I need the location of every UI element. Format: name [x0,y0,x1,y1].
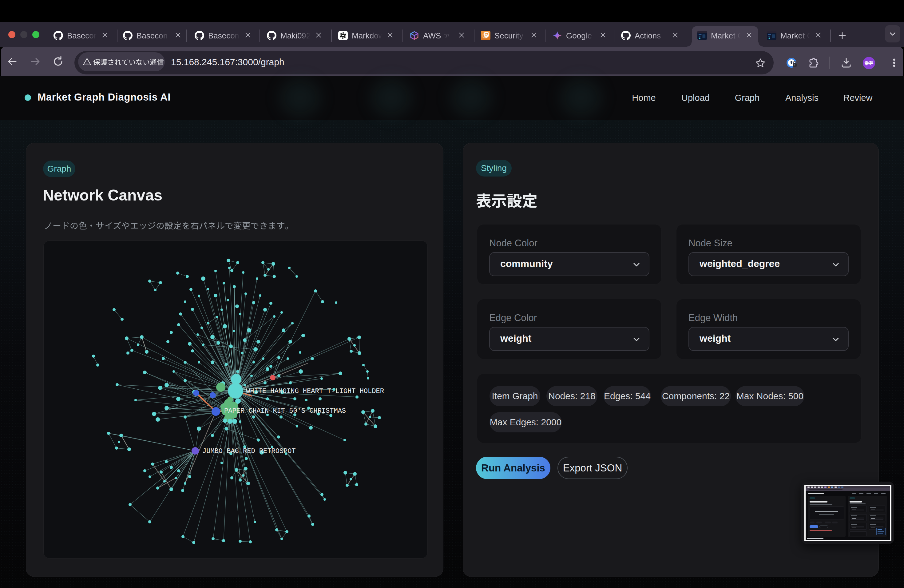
svg-text:WHITE HANGING HEART T-LIGHT HO: WHITE HANGING HEART T-LIGHT HOLDER [246,387,384,395]
svg-text:JUMBO BAG RED RETROSPOT: JUMBO BAG RED RETROSPOT [202,447,296,455]
svg-text:PAPER CHAIN KIT 50'S CHRISTMAS: PAPER CHAIN KIT 50'S CHRISTMAS [224,407,346,415]
